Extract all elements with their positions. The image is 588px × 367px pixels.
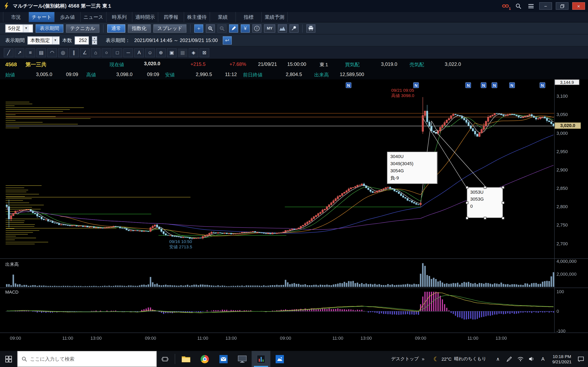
mode-index-button[interactable]: 指数化	[128, 24, 150, 32]
taskbar-app-remote-desktop[interactable]	[233, 351, 252, 367]
selection-handle[interactable]	[502, 217, 504, 219]
news-marker[interactable]: N	[481, 82, 486, 88]
news-marker[interactable]: N	[492, 82, 497, 88]
menu-icon[interactable]	[527, 2, 536, 10]
crosshair-add-icon[interactable]: ＋	[194, 24, 203, 32]
order-tooltip-2[interactable]: 3053U3053G0	[467, 187, 503, 218]
task-view-button[interactable]	[157, 351, 173, 367]
taskbar-app-photos[interactable]	[270, 351, 289, 367]
step-up-icon[interactable]: ▲	[92, 36, 97, 40]
tab-forecast[interactable]: 業績予測	[262, 12, 288, 22]
taskbar-app-file-explorer[interactable]	[177, 351, 195, 367]
news-marker[interactable]: N	[346, 82, 351, 88]
selection-handle[interactable]	[484, 217, 486, 219]
time-axis-label: 09:00	[143, 336, 158, 341]
low-label: 安値	[165, 72, 175, 78]
maximize-button[interactable]	[556, 2, 568, 10]
tab-market[interactable]: 市況	[3, 12, 29, 22]
speaker-icon[interactable]	[528, 357, 535, 361]
tab-indicators[interactable]: 指標	[236, 12, 262, 22]
bar-count-stepper[interactable]: ▲▼	[92, 36, 97, 44]
desktop-toolbar[interactable]: デスクトップ »	[387, 351, 429, 367]
fib-circle-icon[interactable]: ◎	[58, 48, 68, 57]
period-mode-select[interactable]: 本数指定▼	[27, 36, 60, 44]
selection-handle[interactable]	[502, 186, 504, 189]
news-marker[interactable]: N	[540, 82, 545, 88]
duplicate-icon[interactable]: ▣	[167, 48, 177, 57]
pencil-icon[interactable]	[229, 24, 238, 32]
tab-earnings[interactable]: 業績	[210, 12, 236, 22]
prev-close-value: 2,804.5	[286, 72, 302, 77]
close-button[interactable]: ×	[572, 2, 585, 10]
taskbar-app-mail[interactable]	[214, 351, 233, 367]
taskbar-search-input[interactable]: ここに入力して検索	[17, 351, 156, 367]
region-select-icon[interactable]: ▩	[178, 48, 188, 57]
taskbar-clock[interactable]: 10:18 PM 9/21/2021	[551, 354, 573, 364]
taskbar-app-chrome[interactable]	[195, 351, 214, 367]
order-tooltip-1[interactable]: 3040U3049(3045)3054G負-9	[387, 152, 437, 184]
high-label: 高値	[86, 72, 96, 78]
macd-axis-tick: 100	[557, 289, 564, 294]
ellipse-icon[interactable]: ○	[102, 48, 112, 57]
tab-shikiho[interactable]: 四季報	[158, 12, 184, 22]
horizontal-lines-icon[interactable]: ≡	[26, 48, 35, 57]
tab-benefit[interactable]: 株主優待	[184, 12, 210, 22]
trend-line-icon[interactable]: ╱	[4, 48, 13, 57]
erase-icon[interactable]: ◈	[189, 48, 199, 57]
tab-timeseries[interactable]: 時系列	[107, 12, 132, 22]
selection-handle[interactable]	[466, 201, 468, 204]
taskbar-app-trading-app[interactable]	[251, 351, 270, 367]
wifi-icon[interactable]	[517, 357, 524, 361]
reset-period-icon[interactable]: ↩	[223, 36, 232, 44]
segment-icon[interactable]: ─	[123, 48, 133, 57]
notification-icon[interactable]	[578, 356, 584, 362]
text-icon[interactable]: A	[134, 48, 144, 57]
my-chart-button[interactable]: MY	[264, 24, 275, 32]
news-marker[interactable]: N	[413, 82, 419, 88]
link-icon[interactable]: 1	[501, 2, 510, 10]
arc-icon[interactable]: ◠	[47, 48, 57, 57]
rectangle-icon[interactable]: □	[112, 48, 122, 57]
tray-expand-icon[interactable]: ∧	[494, 356, 501, 362]
marker-icon[interactable]: ⊕	[156, 48, 166, 57]
selection-handle[interactable]	[502, 201, 504, 204]
step-down-icon[interactable]: ▼	[92, 40, 97, 44]
application-window: マルチツール(個別銘柄) 4568 第一三共 東１ 1 − × 市況チャート歩み…	[0, 0, 588, 367]
print-icon[interactable]	[306, 24, 315, 32]
mode-normal-button[interactable]: 通常	[107, 24, 125, 32]
polygon-icon[interactable]: ⌂	[91, 48, 100, 57]
area-chart-icon[interactable]	[278, 24, 287, 32]
erase-all-icon[interactable]: ⊠	[199, 48, 209, 57]
weather-widget[interactable]: ☾ 22°C 晴れのちくもり	[429, 351, 491, 367]
mode-spread-button[interactable]: スプレッド	[153, 24, 186, 32]
selection-handle[interactable]	[466, 217, 468, 219]
tab-news[interactable]: ニュース	[81, 12, 107, 22]
ray-line-icon[interactable]: ↗	[15, 48, 25, 57]
technical-button[interactable]: テクニカル	[66, 24, 99, 32]
tab-chart[interactable]: チャート	[29, 12, 55, 22]
interval-select[interactable]: 5分足▼	[5, 24, 33, 32]
bar-count-input[interactable]: 252	[75, 36, 89, 44]
yen-icon[interactable]: ¥	[241, 24, 250, 32]
news-marker[interactable]: N	[466, 82, 471, 88]
tab-disclosure[interactable]: 適時開示	[132, 12, 158, 22]
selection-handle[interactable]	[466, 186, 468, 189]
display-period-button[interactable]: 表示期間	[35, 24, 63, 32]
zoom-out-icon[interactable]	[217, 24, 226, 32]
selection-handle[interactable]	[484, 186, 486, 189]
news-marker[interactable]: N	[509, 82, 515, 88]
minimize-button[interactable]: −	[539, 2, 552, 10]
zoom-in-icon[interactable]	[206, 24, 215, 32]
multi-lines-icon[interactable]: ▤	[36, 48, 46, 57]
time-axis-label: 09:00	[278, 336, 293, 341]
pen-icon[interactable]	[506, 356, 512, 362]
angle-line-icon[interactable]: ∠	[80, 48, 90, 57]
info-icon[interactable]: i	[252, 24, 261, 32]
start-button[interactable]	[0, 351, 17, 367]
wrench-icon[interactable]	[290, 24, 298, 32]
ime-indicator[interactable]: A	[540, 356, 546, 362]
vertical-lines-icon[interactable]: ∥	[69, 48, 79, 57]
search-icon[interactable]	[514, 2, 523, 10]
tab-tick[interactable]: 歩み値	[55, 12, 81, 22]
stamp-icon[interactable]: ☺	[145, 48, 155, 57]
